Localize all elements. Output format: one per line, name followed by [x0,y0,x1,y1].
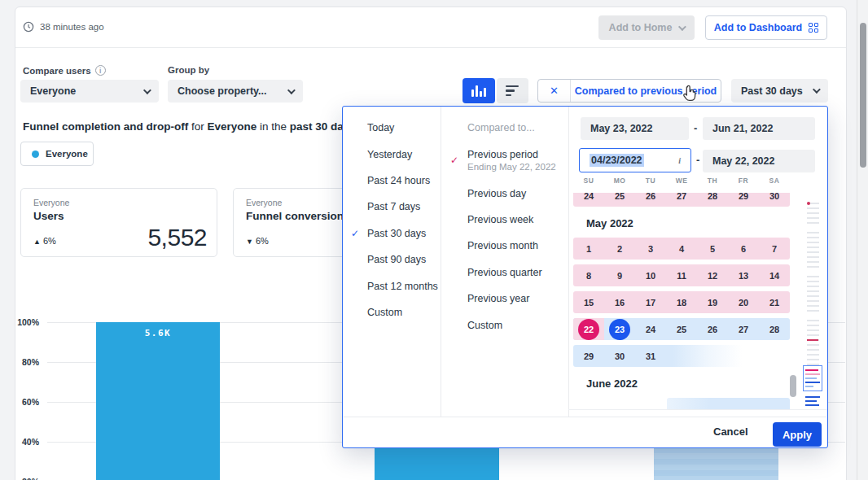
calendar-day-6[interactable]: 6 [728,238,759,260]
weekday-label: TU [635,177,666,185]
compare-option-custom[interactable]: Custom [441,312,568,338]
funnel-steps-view-toggle[interactable] [497,78,528,103]
primary-start-day[interactable]: 23 [609,319,630,340]
calendar-day-12[interactable]: 12 [697,264,728,286]
calendar-day-23[interactable]: 23 [604,318,635,340]
calendar-day-1[interactable]: 1 [573,238,604,260]
calendar-day-28[interactable]: 28 [759,318,790,340]
weekday-label: SU [573,177,604,185]
calendar-day-5[interactable]: 5 [697,238,728,260]
calendar-week-row: 24252627282930 [573,193,790,207]
calendar-day-20[interactable]: 20 [728,291,759,313]
y-axis-tick-label: 100% [0,317,39,327]
minimap-marker-red [807,202,810,205]
preset-label: Yesterday [367,149,412,160]
calendar-day-13[interactable]: 13 [728,264,759,286]
calendar-day-3[interactable]: 3 [635,238,666,260]
calendar-day-28[interactable]: 28 [697,193,728,207]
calendar-day-10[interactable]: 10 [635,264,666,286]
calendar-day-25[interactable]: 25 [604,193,635,207]
compare-option-previous-day[interactable]: Previous day [441,180,568,206]
check-icon: ✓ [450,155,458,166]
compare-start-date-input[interactable]: 04/23/2022 i [579,148,691,172]
minimap-marker-blue [805,396,820,398]
calendar-day-24[interactable]: 24 [573,193,604,207]
calendar-day-27[interactable]: 27 [728,318,759,340]
calendar-day-21[interactable]: 21 [759,291,790,313]
headline-part: in the [256,120,290,133]
calendar-week-row: 22232425262728 [573,318,790,340]
preset-option-past-7-days[interactable]: Past 7 days [343,194,441,220]
calendar-day-29[interactable]: 29 [573,345,604,367]
calendar-day-26[interactable]: 26 [635,193,666,207]
primary-end-date-input[interactable]: Jun 21, 2022 [703,117,815,140]
group-by-select[interactable]: Choose property... [168,80,303,103]
compare-users-select[interactable]: Everyone [20,80,159,103]
calendar-day-9[interactable]: 9 [604,264,635,286]
calendar-day-11[interactable]: 11 [666,264,697,286]
primary-start-date-input[interactable]: May 23, 2022 [581,117,689,140]
calendar-day-18[interactable]: 18 [666,291,697,313]
add-to-dashboard-button[interactable]: Add to Dashboard [705,15,827,40]
calendar-day-2[interactable]: 2 [604,238,635,260]
range-dash: - [696,154,699,166]
info-icon[interactable]: i [95,65,106,76]
preset-option-past-12-months[interactable]: Past 12 months [343,273,441,299]
card-segment: Everyone [33,198,69,207]
date-range-select[interactable]: Past 30 days [731,79,828,103]
compare-option-previous-month[interactable]: Previous month [441,233,568,259]
cancel-button[interactable]: Cancel [713,425,748,438]
preset-label: Past 24 hours [367,175,430,186]
calendar-scrollbar-thumb[interactable] [790,375,796,397]
preset-option-past-90-days[interactable]: Past 90 days [343,247,441,273]
calendar-day-4[interactable]: 4 [666,238,697,260]
card-value: 5,552 [147,224,207,251]
calendar-day-22[interactable]: 22 [573,318,604,340]
compare-option-previous-quarter[interactable]: Previous quarter [441,260,568,286]
calendar-day-30[interactable]: 30 [759,193,790,207]
calendar-day-31[interactable]: 31 [635,345,666,367]
calendar-day-empty [666,345,697,367]
funnel-bar[interactable]: 5.6K [96,322,220,480]
bar-chart-view-toggle[interactable] [462,78,495,103]
compare-option-previous-year[interactable]: Previous year [441,286,568,312]
headline-part: Funnel completion and drop-off [23,120,188,133]
calendar-day-30[interactable]: 30 [604,345,635,367]
preset-option-past-24-hours[interactable]: Past 24 hours [343,168,441,194]
calendar-day-29[interactable]: 29 [728,193,759,207]
page-scrollbar[interactable] [857,0,868,480]
calendar-day-16[interactable]: 16 [604,291,635,313]
calendar-day-26[interactable]: 26 [697,318,728,340]
compare-label: Previous week [467,214,568,225]
card-metric: Users [33,210,64,222]
calendar-day-19[interactable]: 19 [697,291,728,313]
calendar-day-25[interactable]: 25 [666,318,697,340]
compare-option-previous-period[interactable]: ✓Previous periodEnding May 22, 2022 [441,141,568,180]
add-to-home-button[interactable]: Add to Home [598,15,695,40]
preset-option-today[interactable]: Today [343,115,441,141]
metric-card-users[interactable]: Everyone Users ▲ 6% 5,552 [20,188,217,257]
calendar-day-8[interactable]: 8 [573,264,604,286]
calendar-day-17[interactable]: 17 [635,291,666,313]
calendar-minimap[interactable] [802,199,823,409]
month-label: June 2022 [586,377,790,391]
compare-label: Previous period [467,149,568,160]
remove-comparison-button[interactable]: ✕ [538,80,571,102]
calendar-day-27[interactable]: 27 [666,193,697,207]
legend-chip-everyone[interactable]: Everyone [20,142,94,166]
compare-end-day[interactable]: 22 [578,319,599,340]
preset-option-yesterday[interactable]: Yesterday [343,141,441,167]
compare-end-date-input[interactable]: May 22, 2022 [703,150,815,172]
page-scrollbar-thumb[interactable] [860,23,866,168]
compare-option-previous-week[interactable]: Previous week [441,207,568,233]
preset-option-past-30-days[interactable]: ✓Past 30 days [343,220,441,247]
preset-option-custom[interactable]: Custom [343,299,441,325]
calendar-scroll-area[interactable]: 24252627282930May 2022123456789101112131… [573,193,790,409]
calendar-day-7[interactable]: 7 [759,238,790,260]
calendar-day-14[interactable]: 14 [759,264,790,286]
weekday-label: MO [604,177,635,185]
calendar-day-24[interactable]: 24 [635,318,666,340]
apply-button[interactable]: Apply [773,422,822,447]
compare-label: Previous day [467,188,568,199]
calendar-day-15[interactable]: 15 [573,291,604,313]
